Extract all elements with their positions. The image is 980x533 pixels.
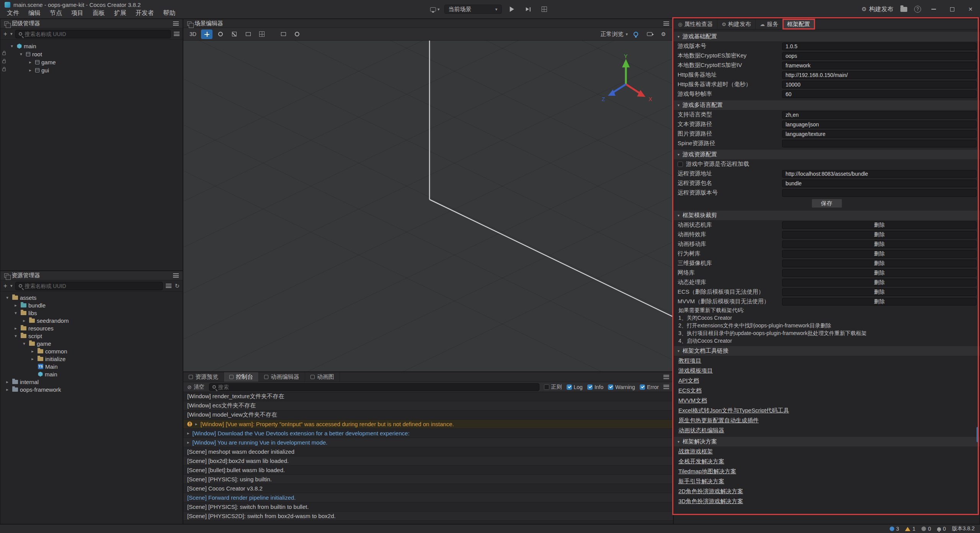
add-node-caret-icon[interactable]: ▾ [10, 31, 13, 36]
delete-module-button[interactable]: 删除 [782, 269, 977, 277]
http-timeout-input[interactable] [782, 81, 977, 88]
log-row[interactable]: [Window] model_view文件夹不存在 [183, 410, 673, 420]
log-row[interactable]: [Scene] meshopt wasm decoder initialized [183, 447, 673, 456]
expand-arrow-icon[interactable]: ▾ [21, 341, 27, 346]
build-publish-button[interactable]: ⚙ 构建发布 [862, 5, 893, 13]
asset-node-main-scene[interactable]: main [0, 370, 183, 378]
filter-log-checkbox[interactable]: Log [567, 384, 583, 390]
tab-asset-preview[interactable]: 资源预览 [183, 372, 224, 382]
warning-count[interactable]: 1 [905, 526, 915, 532]
solution-link-guide[interactable]: 新手引导解决方案 [678, 476, 724, 486]
asset-node-resources[interactable]: ▸ resources [0, 324, 183, 332]
asset-node-initialize[interactable]: ▸ initialize [0, 355, 183, 363]
minimize-button[interactable] [928, 4, 939, 15]
solution-link-tactics[interactable]: 战旗游戏框架 [678, 446, 713, 456]
asset-node-internal[interactable]: ▸ internal [0, 378, 183, 386]
frame-rate-input[interactable] [782, 90, 977, 98]
device-select[interactable]: ▾ [430, 7, 440, 12]
axis-gizmo[interactable]: Y X Z [597, 54, 655, 112]
filter-warning-checkbox[interactable]: Warning [608, 384, 635, 390]
spine-path-input[interactable] [782, 140, 977, 147]
doc-link-mvvm[interactable]: MVVM文档 [678, 396, 707, 405]
section-module-trim[interactable]: ▾ 框架模块裁剪 [674, 211, 980, 220]
tab-service[interactable]: ☁ 服务 [756, 19, 783, 29]
doc-link-hotupdate-plugin[interactable]: 原生包热更新配置自动生成插件 [678, 415, 759, 425]
texture-path-input[interactable] [782, 130, 977, 138]
delete-module-button[interactable]: 删除 [782, 231, 977, 239]
doc-link-api[interactable]: API文档 [678, 376, 699, 386]
regex-checkbox[interactable]: 正则 [544, 384, 562, 391]
log-count[interactable]: 3 [890, 526, 899, 532]
asset-node-assets[interactable]: ▾ assets [0, 294, 183, 301]
delete-module-button[interactable]: 删除 [782, 260, 977, 267]
section-basic-config[interactable]: ▾ 游戏基础配置 [674, 32, 980, 41]
scene-settings-button[interactable]: ⚙ [658, 29, 669, 39]
panel-menu-icon[interactable] [173, 21, 179, 26]
expand-arrow-icon[interactable]: ▸ [29, 349, 36, 354]
play-button[interactable] [506, 5, 518, 14]
http-server-input[interactable] [782, 71, 977, 79]
section-resource-config[interactable]: ▾ 游戏资源配置 [674, 150, 980, 159]
error-count[interactable]: 0 [921, 526, 931, 532]
tab-build-publish[interactable]: ⚙ 构建发布 [717, 19, 756, 29]
panel-menu-icon[interactable] [663, 21, 669, 26]
scale-tool-button[interactable] [229, 29, 240, 39]
log-row[interactable]: [Scene] [PHYSICS]: using builtin. [183, 475, 673, 484]
delete-module-button[interactable]: 删除 [782, 298, 977, 306]
assets-search-input[interactable] [24, 283, 159, 289]
close-button[interactable]: ✕ [965, 4, 976, 15]
scene-select[interactable]: 当前场景 ▾ [444, 5, 501, 14]
remote-bundle-input[interactable] [782, 180, 977, 187]
pivot-button[interactable] [278, 29, 289, 39]
menu-node[interactable]: 节点 [45, 8, 67, 18]
scene-light-toggle[interactable] [630, 29, 642, 39]
asset-node-common[interactable]: ▸ common [0, 347, 183, 355]
crypto-key-input[interactable] [782, 52, 977, 60]
assets-filter-icon[interactable] [166, 284, 172, 288]
tree-node-game[interactable]: ▸ game [0, 58, 183, 66]
log-row[interactable]: [Scene] [PHYSICS2D]: switch from box2d-w… [183, 512, 673, 521]
mode-3d-button[interactable]: 3D [187, 29, 199, 39]
menu-developer[interactable]: 开发者 [131, 8, 158, 18]
expand-arrow-icon[interactable]: ▸ [13, 303, 19, 308]
expand-arrow-icon[interactable]: ▾ [13, 311, 19, 316]
help-icon[interactable]: ? [914, 6, 921, 13]
tab-animation-graph[interactable]: 动画图 [305, 372, 340, 382]
remote-version-input[interactable] [782, 189, 977, 197]
expand-arrow-icon[interactable]: ▸ [29, 356, 36, 361]
log-row[interactable]: [Scene] [box2d]:box2d wasm lib loaded. [183, 456, 673, 466]
expand-arrow-icon[interactable]: ▸ [21, 318, 27, 323]
console-search-input[interactable] [218, 384, 536, 390]
save-button[interactable]: 保存 [812, 199, 842, 208]
section-solutions[interactable]: ▾ 框架解决方案 [674, 437, 980, 446]
log-row[interactable]: [Scene] [bullet]:bullet wasm lib loaded. [183, 466, 673, 475]
notification-count[interactable]: 0 [937, 526, 946, 532]
doc-link-excel-tool[interactable]: Excel格式转Json文件与TypeScript代码工具 [678, 405, 789, 415]
tab-framework-config[interactable]: 框架配置 [783, 19, 815, 29]
asset-node-Main[interactable]: TS Main [0, 363, 183, 370]
menu-edit[interactable]: 编辑 [24, 8, 45, 18]
expand-arrow-icon[interactable]: ▸ [27, 68, 33, 73]
clear-console-button[interactable]: ⊘ 清空 [187, 384, 204, 391]
solution-link-3drpg[interactable]: 3D角色扮演游戏解决方案 [678, 496, 743, 506]
text-path-input[interactable] [782, 121, 977, 128]
hierarchy-search-input[interactable] [24, 31, 167, 37]
coordinate-button[interactable] [291, 29, 303, 39]
doc-link-template[interactable]: 游戏模板项目 [678, 366, 713, 376]
maximize-button[interactable] [946, 4, 958, 15]
log-row-info[interactable]: ▸ [Window] Download the Vue Devtools ext… [183, 429, 673, 438]
menu-extension[interactable]: 扩展 [109, 8, 131, 18]
expand-arrow-icon[interactable]: ▸ [4, 379, 10, 384]
open-project-folder-icon[interactable] [900, 7, 907, 12]
delete-module-button[interactable]: 删除 [782, 250, 977, 258]
solution-link-tiledmap[interactable]: Tiledmap地图解决方案 [678, 466, 736, 476]
expand-arrow-icon[interactable]: ▸ [4, 387, 10, 392]
crypto-iv-input[interactable] [782, 62, 977, 69]
view-mode-select[interactable]: 正常浏览 ▾ [600, 31, 628, 38]
transform-snap-button[interactable] [256, 29, 268, 39]
delete-module-button[interactable]: 删除 [782, 279, 977, 286]
solution-link-2drpg[interactable]: 2D角色扮演游戏解决方案 [678, 486, 743, 496]
menu-panel[interactable]: 面板 [88, 8, 109, 18]
asset-node-script[interactable]: ▾ script [0, 332, 183, 340]
expand-arrow-icon[interactable]: ▾ [9, 44, 15, 49]
